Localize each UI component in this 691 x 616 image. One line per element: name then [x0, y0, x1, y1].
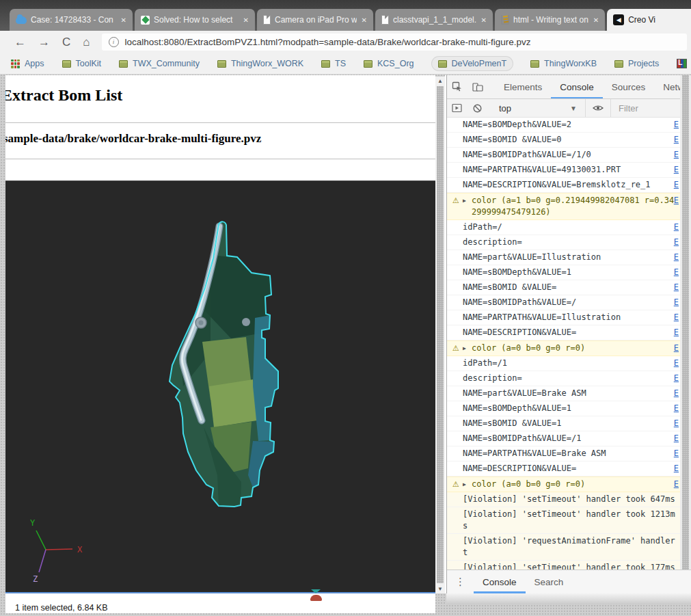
screen: Case: 14728433 - Con ✕ Solved: How to se… [0, 0, 691, 616]
page-info-icon[interactable]: i [109, 37, 119, 47]
back-icon[interactable]: ← [14, 36, 26, 49]
loader-red-icon [310, 595, 322, 601]
tab-close-icon[interactable]: ✕ [362, 16, 367, 24]
source-link[interactable]: E [674, 252, 679, 263]
tab-title: Case: 14728433 - Con [31, 15, 116, 25]
tab-title: classtvapi_1_1_model. [393, 15, 476, 25]
scroll-down-icon[interactable]: ▼ [435, 585, 445, 593]
scrollbar-thumb[interactable] [437, 86, 444, 583]
message-text: NAME=part&VALUE=Brake ASM [463, 388, 677, 399]
devtools-tab[interactable]: Console [551, 75, 603, 98]
console-message-row: [Violation] 'setTimeout' handler took 17… [447, 561, 691, 570]
browser-tab[interactable]: Solved: How to select ✕ [135, 9, 255, 31]
execution-context-selector[interactable]: top ▼ [495, 99, 586, 117]
forward-icon[interactable]: → [38, 36, 50, 49]
console-message-row: NAME=sBOMIDPath&VALUE=/1/0 E [447, 148, 691, 163]
source-link[interactable]: E [674, 418, 679, 429]
browser-tab[interactable]: Camera on iPad Pro w ✕ [257, 9, 373, 31]
console-filter-input[interactable] [617, 103, 681, 114]
bookmark-label: ThingWorx_WORK [231, 59, 303, 68]
bookmark-item[interactable]: ThingWorxKB [530, 59, 597, 68]
page-title: Extract Bom List [5, 86, 435, 105]
bookmark-folder-icon [62, 60, 71, 68]
bookmark-label: Projects [628, 59, 659, 68]
expand-arrow-icon[interactable] [463, 479, 472, 490]
source-link[interactable]: E [674, 327, 679, 338]
address-bar[interactable]: i localhost:8080/ExtractBomPVZ1.html?mod… [102, 34, 687, 51]
source-link[interactable]: E [674, 179, 679, 191]
console-message-row: color (a=0 b=0 g=0 r=0) E [447, 340, 691, 356]
scroll-up-icon[interactable]: ▲ [435, 77, 445, 85]
bookmark-item[interactable]: TS [321, 59, 346, 68]
live-expression-eye-icon[interactable] [586, 99, 611, 117]
3d-viewer-canvas[interactable]: Y X Z [5, 180, 435, 593]
message-text: NAME=sBOMID &VALUE=0 [463, 134, 677, 146]
browser-tab[interactable]: Creo Vi [607, 9, 691, 31]
source-link[interactable]: E [674, 119, 679, 131]
axis-y-label: Y [30, 518, 36, 528]
source-link[interactable]: E [674, 282, 679, 293]
source-link[interactable]: E [674, 373, 679, 384]
tab-favicon-icon [263, 15, 271, 25]
bookmark-item[interactable]: KCS_Org [364, 59, 414, 68]
source-link[interactable]: E [674, 388, 679, 399]
tab-close-icon[interactable]: ✕ [243, 16, 249, 24]
browser-tab[interactable]: Case: 14728433 - Con ✕ [10, 9, 133, 31]
source-link[interactable]: E [674, 479, 679, 490]
clear-console-icon[interactable] [468, 103, 487, 113]
source-link[interactable]: E [674, 343, 679, 354]
browser-tab[interactable]: html - Writing text on ✕ [495, 9, 605, 31]
bookmark-item[interactable]: Apps [11, 59, 44, 68]
source-link[interactable]: E [674, 403, 679, 414]
drawer-menu-icon[interactable]: ⋮ [447, 570, 474, 593]
bookmark-folder-icon [530, 60, 539, 68]
devtools-tab[interactable]: Sources [603, 75, 655, 98]
drawer-tab[interactable]: Console [474, 570, 526, 593]
bookmark-item[interactable]: DeVeloPmenT [432, 57, 513, 70]
console-messages: NAME=sBOMDepth&VALUE=2 E NAME=sBOMID &VA… [447, 118, 691, 570]
page-scrollbar[interactable]: ▲ ▼ [435, 77, 445, 593]
source-link[interactable]: E [674, 358, 679, 369]
tab-close-icon[interactable]: ✕ [121, 16, 126, 24]
scrollbar-thumb[interactable] [682, 75, 689, 570]
bookmark-item[interactable]: ToolKit [62, 59, 102, 68]
devtools-tab[interactable]: Elements [495, 75, 551, 98]
home-icon[interactable]: ⌂ [83, 36, 90, 49]
source-link[interactable]: E [674, 433, 679, 444]
console-message-row: NAME=sBOMDepth&VALUE=1 E [447, 265, 691, 280]
source-link[interactable]: E [674, 149, 679, 161]
axis-x-label: X [77, 545, 83, 554]
device-toolbar-icon[interactable] [468, 75, 488, 98]
reload-icon[interactable]: C [62, 36, 70, 49]
source-link[interactable]: E [674, 267, 679, 278]
bookmark-label: KCS_Org [377, 59, 414, 68]
bookmark-item[interactable]: ThingWorx_WORK [217, 59, 303, 68]
message-text: NAME=sBOMDepth&VALUE=2 [463, 119, 677, 131]
message-text: color (a=1 b=0 g=0.219449982047081 r=0.3… [472, 195, 677, 218]
source-link[interactable]: E [674, 297, 679, 308]
source-link[interactable]: E [674, 134, 679, 146]
tab-close-icon[interactable]: ✕ [481, 16, 487, 24]
console-message-row: NAME=sBOMIDPath&VALUE=/1 E [447, 431, 691, 446]
console-sidebar-icon[interactable] [447, 103, 468, 113]
bookmark-item[interactable]: Projects [614, 59, 659, 68]
source-link[interactable]: E [674, 164, 679, 176]
browser-tab[interactable]: classtvapi_1_1_model. ✕ [375, 9, 493, 31]
tab-close-icon[interactable]: ✕ [593, 16, 599, 24]
console-scrollbar[interactable] [680, 75, 691, 570]
source-link[interactable]: E [674, 448, 679, 459]
message-text: description= [463, 373, 677, 384]
bookmark-item[interactable]: LEO Wörterbuch.UE [677, 59, 691, 68]
source-link[interactable]: E [674, 312, 679, 323]
axis-z-label: Z [33, 574, 38, 584]
source-link[interactable]: E [674, 222, 679, 233]
expand-arrow-icon[interactable] [463, 195, 472, 206]
expand-arrow-icon[interactable] [463, 343, 472, 354]
inspect-element-icon[interactable] [447, 75, 468, 98]
bookmark-item[interactable]: TWX_Community [119, 59, 200, 68]
console-message-row: NAME=PARTPATH&VALUE=49130031.PRT E [447, 163, 691, 178]
source-link[interactable]: E [674, 237, 679, 248]
source-link[interactable]: E [674, 463, 679, 474]
source-link[interactable]: E [674, 195, 679, 206]
drawer-tab[interactable]: Search [526, 570, 573, 593]
